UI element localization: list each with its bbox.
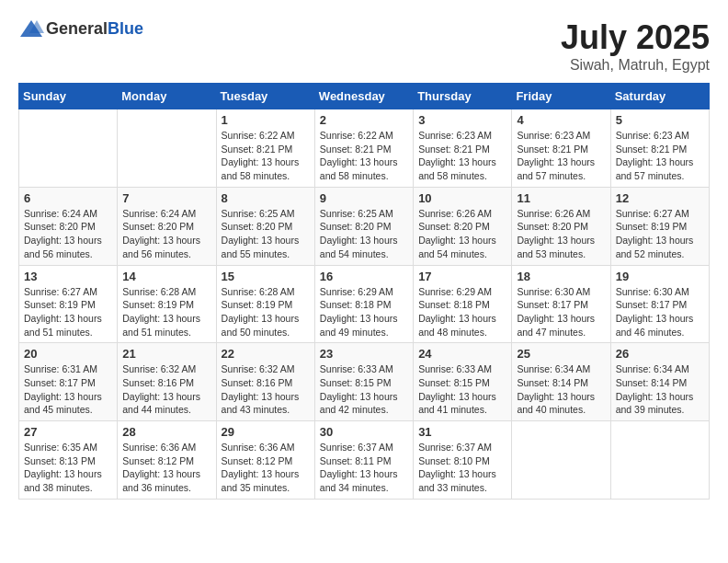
day-info: Sunrise: 6:25 AMSunset: 8:20 PMDaylight:… <box>320 207 408 261</box>
calendar-cell: 12Sunrise: 6:27 AMSunset: 8:19 PMDayligh… <box>610 187 709 265</box>
calendar-cell: 3Sunrise: 6:23 AMSunset: 8:21 PMDaylight… <box>414 109 512 188</box>
day-info: Sunrise: 6:25 AMSunset: 8:20 PMDaylight:… <box>222 207 310 261</box>
logo-icon <box>18 18 44 39</box>
calendar-cell: 26Sunrise: 6:34 AMSunset: 8:14 PMDayligh… <box>610 343 709 421</box>
calendar-cell: 31Sunrise: 6:37 AMSunset: 8:10 PMDayligh… <box>414 421 512 500</box>
day-info: Sunrise: 6:27 AMSunset: 8:19 PMDaylight:… <box>24 285 112 339</box>
day-info: Sunrise: 6:27 AMSunset: 8:19 PMDaylight:… <box>616 207 704 261</box>
day-number: 1 <box>222 113 310 127</box>
day-number: 7 <box>122 191 210 205</box>
calendar-cell: 23Sunrise: 6:33 AMSunset: 8:15 PMDayligh… <box>314 343 413 421</box>
day-number: 16 <box>320 270 408 283</box>
weekday-header-row: SundayMondayTuesdayWednesdayThursdayFrid… <box>19 84 710 109</box>
weekday-header-thursday: Thursday <box>414 84 512 109</box>
calendar-cell: 24Sunrise: 6:33 AMSunset: 8:15 PMDayligh… <box>414 343 512 421</box>
day-number: 15 <box>222 270 310 283</box>
calendar-cell: 13Sunrise: 6:27 AMSunset: 8:19 PMDayligh… <box>19 265 118 343</box>
calendar-cell: 1Sunrise: 6:22 AMSunset: 8:21 PMDaylight… <box>216 109 314 188</box>
calendar-cell <box>118 109 216 188</box>
day-number: 3 <box>418 113 506 127</box>
day-number: 12 <box>616 191 704 205</box>
day-number: 30 <box>320 425 408 439</box>
calendar-cell: 6Sunrise: 6:24 AMSunset: 8:20 PMDaylight… <box>19 187 118 265</box>
day-info: Sunrise: 6:30 AMSunset: 8:17 PMDaylight:… <box>616 285 704 339</box>
day-info: Sunrise: 6:32 AMSunset: 8:16 PMDaylight:… <box>122 362 210 417</box>
calendar-week-row: 6Sunrise: 6:24 AMSunset: 8:20 PMDaylight… <box>19 187 710 265</box>
day-info: Sunrise: 6:37 AMSunset: 8:10 PMDaylight:… <box>418 441 506 495</box>
day-number: 31 <box>418 425 506 439</box>
day-number: 6 <box>24 191 112 205</box>
day-number: 13 <box>24 270 112 283</box>
calendar-cell: 19Sunrise: 6:30 AMSunset: 8:17 PMDayligh… <box>610 265 709 343</box>
calendar-cell: 11Sunrise: 6:26 AMSunset: 8:20 PMDayligh… <box>512 187 610 265</box>
day-info: Sunrise: 6:22 AMSunset: 8:21 PMDaylight:… <box>320 129 408 183</box>
calendar-cell: 17Sunrise: 6:29 AMSunset: 8:18 PMDayligh… <box>414 265 512 343</box>
day-number: 17 <box>418 270 506 283</box>
title-area: July 2025 Siwah, Matruh, Egypt <box>561 18 710 74</box>
weekday-header-sunday: Sunday <box>19 84 118 109</box>
calendar-cell: 18Sunrise: 6:30 AMSunset: 8:17 PMDayligh… <box>512 265 610 343</box>
day-number: 23 <box>320 347 408 361</box>
logo: GeneralBlue <box>18 18 143 39</box>
day-number: 19 <box>616 270 704 283</box>
day-info: Sunrise: 6:36 AMSunset: 8:12 PMDaylight:… <box>222 441 310 495</box>
day-info: Sunrise: 6:28 AMSunset: 8:19 PMDaylight:… <box>222 285 310 339</box>
day-number: 26 <box>616 347 704 361</box>
day-number: 27 <box>24 425 112 439</box>
weekday-header-wednesday: Wednesday <box>314 84 413 109</box>
day-info: Sunrise: 6:37 AMSunset: 8:11 PMDaylight:… <box>320 441 408 495</box>
calendar-cell: 9Sunrise: 6:25 AMSunset: 8:20 PMDaylight… <box>314 187 413 265</box>
weekday-header-friday: Friday <box>512 84 610 109</box>
calendar-cell: 5Sunrise: 6:23 AMSunset: 8:21 PMDaylight… <box>610 109 709 188</box>
calendar-cell <box>610 421 709 500</box>
calendar-cell: 2Sunrise: 6:22 AMSunset: 8:21 PMDaylight… <box>314 109 413 188</box>
day-info: Sunrise: 6:30 AMSunset: 8:17 PMDaylight:… <box>517 285 605 339</box>
day-info: Sunrise: 6:28 AMSunset: 8:19 PMDaylight:… <box>122 285 210 339</box>
day-info: Sunrise: 6:34 AMSunset: 8:14 PMDaylight:… <box>616 362 704 417</box>
day-number: 8 <box>222 191 310 205</box>
calendar-cell: 21Sunrise: 6:32 AMSunset: 8:16 PMDayligh… <box>118 343 216 421</box>
page-header: GeneralBlue July 2025 Siwah, Matruh, Egy… <box>18 18 710 74</box>
calendar-week-row: 1Sunrise: 6:22 AMSunset: 8:21 PMDaylight… <box>19 109 710 188</box>
calendar-cell <box>19 109 118 188</box>
day-info: Sunrise: 6:24 AMSunset: 8:20 PMDaylight:… <box>24 207 112 261</box>
day-info: Sunrise: 6:31 AMSunset: 8:17 PMDaylight:… <box>24 362 112 417</box>
day-number: 29 <box>222 425 310 439</box>
day-number: 2 <box>320 113 408 127</box>
logo-blue: Blue <box>108 19 143 38</box>
calendar-cell: 8Sunrise: 6:25 AMSunset: 8:20 PMDaylight… <box>216 187 314 265</box>
calendar-cell: 27Sunrise: 6:35 AMSunset: 8:13 PMDayligh… <box>19 421 118 500</box>
calendar-cell: 28Sunrise: 6:36 AMSunset: 8:12 PMDayligh… <box>118 421 216 500</box>
calendar-cell <box>512 421 610 500</box>
calendar-cell: 22Sunrise: 6:32 AMSunset: 8:16 PMDayligh… <box>216 343 314 421</box>
day-info: Sunrise: 6:23 AMSunset: 8:21 PMDaylight:… <box>616 129 704 183</box>
day-number: 21 <box>122 347 210 361</box>
calendar-cell: 25Sunrise: 6:34 AMSunset: 8:14 PMDayligh… <box>512 343 610 421</box>
calendar-week-row: 13Sunrise: 6:27 AMSunset: 8:19 PMDayligh… <box>19 265 710 343</box>
calendar-cell: 14Sunrise: 6:28 AMSunset: 8:19 PMDayligh… <box>118 265 216 343</box>
day-info: Sunrise: 6:35 AMSunset: 8:13 PMDaylight:… <box>24 441 112 495</box>
day-info: Sunrise: 6:33 AMSunset: 8:15 PMDaylight:… <box>418 362 506 417</box>
day-info: Sunrise: 6:34 AMSunset: 8:14 PMDaylight:… <box>517 362 605 417</box>
day-number: 20 <box>24 347 112 361</box>
weekday-header-saturday: Saturday <box>610 84 709 109</box>
logo-general: General <box>46 19 108 38</box>
calendar-cell: 29Sunrise: 6:36 AMSunset: 8:12 PMDayligh… <box>216 421 314 500</box>
day-number: 14 <box>122 270 210 283</box>
calendar-cell: 4Sunrise: 6:23 AMSunset: 8:21 PMDaylight… <box>512 109 610 188</box>
weekday-header-monday: Monday <box>118 84 216 109</box>
day-info: Sunrise: 6:29 AMSunset: 8:18 PMDaylight:… <box>320 285 408 339</box>
day-info: Sunrise: 6:32 AMSunset: 8:16 PMDaylight:… <box>222 362 310 417</box>
calendar-cell: 20Sunrise: 6:31 AMSunset: 8:17 PMDayligh… <box>19 343 118 421</box>
calendar-week-row: 20Sunrise: 6:31 AMSunset: 8:17 PMDayligh… <box>19 343 710 421</box>
calendar-week-row: 27Sunrise: 6:35 AMSunset: 8:13 PMDayligh… <box>19 421 710 500</box>
calendar-table: SundayMondayTuesdayWednesdayThursdayFrid… <box>18 83 710 500</box>
day-number: 5 <box>616 113 704 127</box>
calendar-cell: 16Sunrise: 6:29 AMSunset: 8:18 PMDayligh… <box>314 265 413 343</box>
day-info: Sunrise: 6:36 AMSunset: 8:12 PMDaylight:… <box>122 441 210 495</box>
calendar-cell: 30Sunrise: 6:37 AMSunset: 8:11 PMDayligh… <box>314 421 413 500</box>
day-number: 28 <box>122 425 210 439</box>
day-info: Sunrise: 6:23 AMSunset: 8:21 PMDaylight:… <box>418 129 506 183</box>
day-number: 4 <box>517 113 605 127</box>
month-title: July 2025 <box>561 18 710 57</box>
